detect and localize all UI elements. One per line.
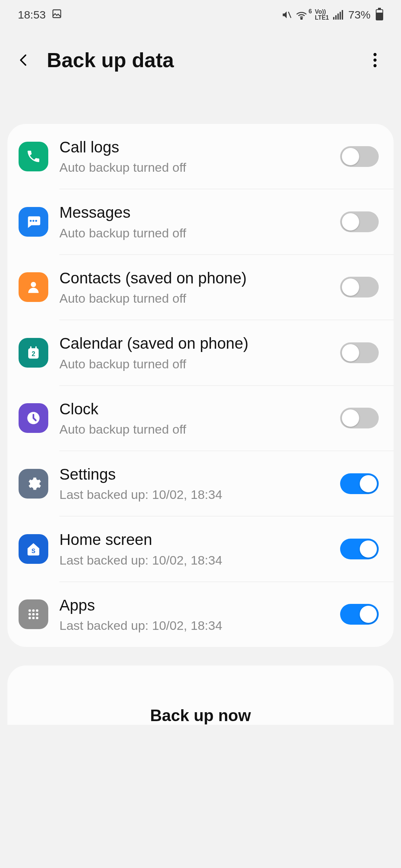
backup-item-row[interactable]: Call logsAuto backup turned off: [7, 124, 394, 189]
row-title: Messages: [59, 203, 329, 222]
row-text: Contacts (saved on phone)Auto backup tur…: [59, 269, 329, 306]
page-header: Back up data: [0, 30, 401, 124]
svg-rect-4: [335, 15, 337, 20]
chat-icon: [19, 207, 48, 237]
svg-point-11: [30, 220, 32, 222]
svg-point-24: [29, 613, 31, 616]
toggle-knob: [359, 475, 377, 493]
picture-icon: [52, 9, 62, 22]
svg-point-25: [32, 613, 35, 616]
toggle-knob: [359, 605, 377, 623]
page-title: Back up data: [47, 48, 353, 72]
chevron-left-icon: [16, 53, 31, 68]
back-button[interactable]: [15, 51, 33, 69]
more-menu-button[interactable]: [364, 49, 386, 71]
svg-rect-17: [35, 346, 37, 349]
svg-text:S: S: [32, 548, 36, 554]
phone-icon: [19, 142, 48, 171]
backup-item-row[interactable]: 2Calendar (saved on phone)Auto backup tu…: [7, 320, 394, 385]
bottom-action-card: Back up now: [7, 665, 394, 725]
svg-point-14: [31, 282, 36, 287]
svg-rect-3: [333, 17, 335, 20]
row-text: Home screenLast backed up: 10/02, 18:34: [59, 530, 329, 567]
row-title: Apps: [59, 596, 329, 615]
toggle-knob: [342, 344, 359, 362]
toggle-switch[interactable]: [340, 211, 379, 232]
svg-point-12: [32, 220, 34, 222]
mute-vibrate-icon: [281, 10, 292, 20]
status-bar: 18:53 6 Vo)) LTE1 73%: [0, 0, 401, 30]
volte-label: Vo)): [315, 9, 326, 15]
toggle-knob: [342, 278, 359, 296]
battery-percent: 73%: [348, 9, 371, 21]
backup-now-button[interactable]: Back up now: [150, 706, 251, 725]
backup-item-row[interactable]: SettingsLast backed up: 10/02, 18:34: [7, 451, 394, 516]
svg-line-1: [288, 12, 291, 18]
toggle-switch[interactable]: [340, 408, 379, 428]
wifi-level: 6: [309, 9, 312, 14]
row-subtitle: Auto backup turned off: [59, 291, 329, 306]
toggle-switch[interactable]: [340, 604, 379, 625]
svg-point-10: [374, 64, 376, 67]
toggle-switch[interactable]: [340, 473, 379, 494]
row-title: Calendar (saved on phone): [59, 334, 329, 353]
row-title: Settings: [59, 465, 329, 484]
row-title: Home screen: [59, 530, 329, 549]
home-icon: S: [19, 534, 48, 564]
battery-icon: [376, 9, 383, 20]
row-subtitle: Auto backup turned off: [59, 226, 329, 240]
backup-items-card: Call logsAuto backup turned offMessagesA…: [7, 124, 394, 647]
svg-point-8: [374, 53, 376, 56]
backup-item-row[interactable]: ClockAuto backup turned off: [7, 386, 394, 451]
svg-text:2: 2: [32, 350, 35, 358]
svg-point-13: [35, 220, 37, 222]
row-title: Clock: [59, 400, 329, 418]
toggle-knob: [342, 213, 359, 231]
svg-point-23: [36, 609, 39, 612]
backup-item-row[interactable]: MessagesAuto backup turned off: [7, 189, 394, 254]
calendar-icon: 2: [19, 338, 48, 368]
toggle-switch[interactable]: [340, 277, 379, 297]
svg-point-28: [32, 617, 35, 619]
backup-item-row[interactable]: SHome screenLast backed up: 10/02, 18:34: [7, 516, 394, 581]
row-subtitle: Auto backup turned off: [59, 160, 329, 175]
network-label: Vo)) LTE1: [315, 9, 329, 21]
row-text: SettingsLast backed up: 10/02, 18:34: [59, 465, 329, 502]
person-icon: [19, 272, 48, 302]
row-text: AppsLast backed up: 10/02, 18:34: [59, 596, 329, 633]
svg-point-26: [36, 613, 39, 616]
lte-label: LTE1: [315, 15, 329, 21]
row-subtitle: Auto backup turned off: [59, 422, 329, 437]
toggle-switch[interactable]: [340, 539, 379, 559]
svg-rect-0: [53, 10, 61, 17]
status-right: 6 Vo)) LTE1 73%: [281, 9, 383, 21]
gear-icon: [19, 469, 48, 499]
row-title: Call logs: [59, 138, 329, 157]
more-vertical-icon: [373, 53, 377, 68]
row-subtitle: Last backed up: 10/02, 18:34: [59, 553, 329, 568]
svg-rect-6: [340, 12, 341, 20]
toggle-switch[interactable]: [340, 342, 379, 363]
svg-rect-16: [30, 346, 32, 349]
row-text: MessagesAuto backup turned off: [59, 203, 329, 240]
svg-point-27: [29, 617, 31, 619]
svg-rect-7: [342, 10, 343, 20]
backup-item-row[interactable]: Contacts (saved on phone)Auto backup tur…: [7, 255, 394, 320]
status-left: 18:53: [18, 9, 62, 22]
status-time: 18:53: [18, 9, 46, 21]
toggle-switch[interactable]: [340, 146, 379, 167]
row-text: ClockAuto backup turned off: [59, 400, 329, 437]
signal-icon: [333, 10, 343, 20]
row-text: Calendar (saved on phone)Auto backup tur…: [59, 334, 329, 371]
row-subtitle: Last backed up: 10/02, 18:34: [59, 487, 329, 502]
row-title: Contacts (saved on phone): [59, 269, 329, 287]
wifi-icon: 6: [296, 10, 307, 20]
clock-icon: [19, 403, 48, 433]
svg-point-2: [301, 18, 302, 19]
backup-item-row[interactable]: AppsLast backed up: 10/02, 18:34: [7, 582, 394, 647]
row-subtitle: Last backed up: 10/02, 18:34: [59, 618, 329, 633]
toggle-knob: [342, 409, 359, 427]
apps-icon: [19, 599, 48, 629]
row-subtitle: Auto backup turned off: [59, 357, 329, 371]
svg-rect-5: [338, 14, 339, 20]
